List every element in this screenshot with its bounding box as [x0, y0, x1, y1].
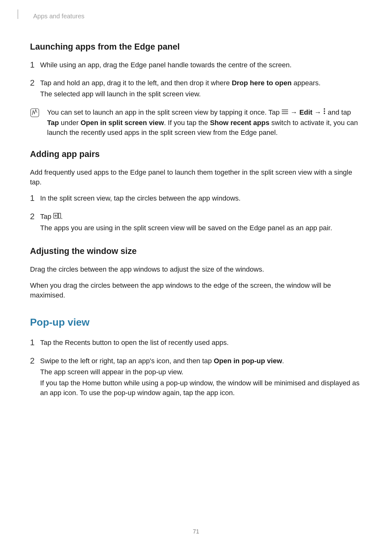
bold-text: Tap: [47, 119, 59, 127]
bold-text: Open in split screen view: [81, 119, 164, 127]
heading-launching-apps: Launching apps from the Edge panel: [30, 42, 362, 52]
paragraph: Drag the circles between the app windows…: [30, 264, 362, 274]
step-text: The selected app will launch in the spli…: [40, 89, 362, 99]
bold-text: Show recent apps: [210, 119, 269, 127]
list-item: 2 Tap and hold an app, drag it to the le…: [30, 78, 362, 100]
more-options-icon: [323, 107, 326, 117]
step-text: If you tap the Home button while using a…: [40, 378, 362, 398]
list-item: 1 Tap the Recents button to open the lis…: [30, 338, 362, 349]
step-body: While using an app, drag the Edge panel …: [40, 60, 362, 71]
step-number: 1: [30, 60, 40, 70]
step-text: In the split screen view, tap the circle…: [40, 193, 362, 203]
paragraph: Add frequently used apps to the Edge pan…: [30, 167, 362, 187]
step-body: In the split screen view, tap the circle…: [40, 193, 362, 204]
heading-popup-view: Pop-up view: [30, 316, 362, 328]
bold-text: Edit: [299, 108, 313, 116]
step-body: Swipe to the left or right, tap an app's…: [40, 356, 362, 399]
svg-point-4: [324, 108, 325, 110]
step-text: Swipe to the left or right, tap an app's…: [40, 356, 362, 366]
step-text: Tap .: [40, 212, 362, 222]
bold-text: Open in pop-up view: [214, 357, 282, 365]
note-body: You can set to launch an app in the spli…: [47, 107, 362, 137]
list-item: 1 In the split screen view, tap the circ…: [30, 193, 362, 204]
note-icon: [30, 108, 39, 117]
list-item: 2 Tap . The apps you are using in the sp…: [30, 212, 362, 234]
running-header: Apps and features: [30, 13, 362, 20]
svg-rect-10: [58, 213, 61, 218]
step-number: 1: [30, 338, 40, 347]
paragraph: When you drag the circles between the ap…: [30, 280, 362, 300]
step-number: 2: [30, 212, 40, 221]
step-number: 2: [30, 356, 40, 366]
svg-point-6: [324, 113, 325, 114]
step-number: 2: [30, 78, 40, 88]
hamburger-icon: [281, 107, 288, 117]
list-item: 2 Swipe to the left or right, tap an app…: [30, 356, 362, 399]
step-text: Tap and hold an app, drag it to the left…: [40, 78, 362, 88]
heading-adding-pairs: Adding app pairs: [30, 149, 362, 159]
bold-text: Drop here to open: [232, 79, 292, 87]
svg-point-5: [324, 111, 325, 112]
step-body: Tap the Recents button to open the list …: [40, 338, 362, 349]
note-block: You can set to launch an app in the spli…: [30, 107, 362, 137]
step-text: The app screen will appear in the pop-up…: [40, 367, 362, 377]
add-pair-icon: [53, 211, 61, 221]
header-accent-line: [17, 9, 18, 19]
step-number: 1: [30, 193, 40, 203]
heading-adjusting-size: Adjusting the window size: [30, 246, 362, 256]
step-text: Tap the Recents button to open the list …: [40, 338, 362, 347]
step-body: Tap and hold an app, drag it to the left…: [40, 78, 362, 100]
step-text: While using an app, drag the Edge panel …: [40, 60, 362, 70]
list-item: 1 While using an app, drag the Edge pane…: [30, 60, 362, 71]
step-body: Tap . The apps you are using in the spli…: [40, 212, 362, 234]
page-number: 71: [0, 528, 392, 535]
step-text: The apps you are using in the split scre…: [40, 223, 362, 233]
